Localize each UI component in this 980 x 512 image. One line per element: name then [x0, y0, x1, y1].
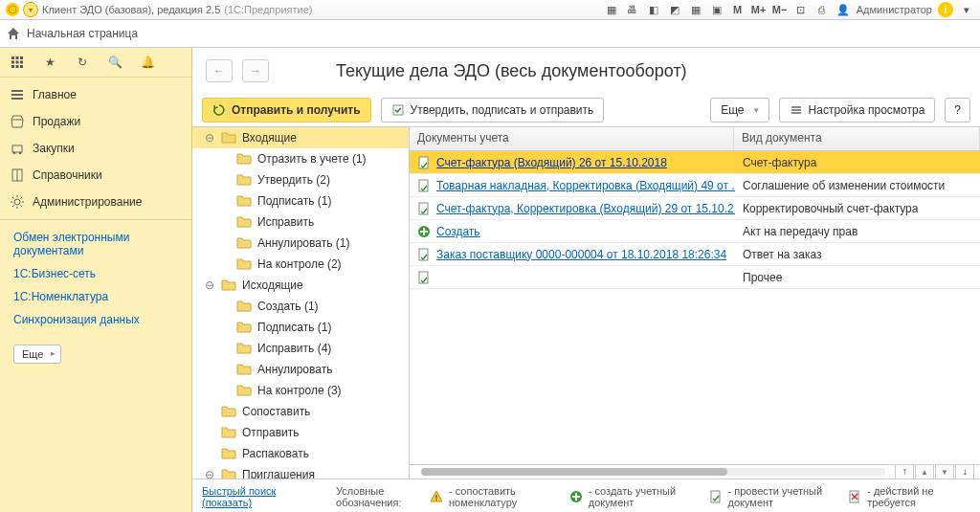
- subnav-item-1[interactable]: 1С:Бизнес-сеть: [0, 262, 191, 285]
- tree-item-0[interactable]: ⊖Входящие: [192, 127, 409, 148]
- col-documents[interactable]: Документы учета: [410, 127, 734, 150]
- svg-rect-2: [16, 56, 19, 59]
- info-icon[interactable]: i: [938, 2, 953, 17]
- star-icon[interactable]: ★: [42, 55, 57, 70]
- tree-item-3[interactable]: Подписать (1): [192, 190, 409, 211]
- subnav-item-2[interactable]: 1С:Номенклатура: [0, 285, 191, 308]
- tb-icon-4[interactable]: ◩: [667, 2, 682, 17]
- zoom-mminus[interactable]: M−: [772, 2, 788, 17]
- table-row[interactable]: СоздатьАкт на передачу прав: [410, 220, 980, 243]
- folder-icon: [236, 300, 252, 313]
- nav-label: Справочники: [33, 168, 102, 182]
- subnav-item-3[interactable]: Синхронизация данных: [0, 308, 191, 331]
- sidebar: ★ ↻ 🔍 🔔 ГлавноеПродажиЗакупкиСправочники…: [0, 48, 192, 512]
- bell-icon[interactable]: 🔔: [140, 55, 155, 70]
- history-icon[interactable]: ↻: [75, 55, 90, 70]
- nav-first[interactable]: ⤒: [895, 464, 914, 479]
- tree-item-13[interactable]: Сопоставить: [192, 401, 409, 422]
- expand-icon[interactable]: ⊖: [204, 278, 215, 292]
- tb-icon-1[interactable]: ▦: [604, 2, 619, 17]
- nav-item-3[interactable]: Справочники: [0, 162, 191, 189]
- tree-item-15[interactable]: Распаковать: [192, 443, 409, 464]
- nav-item-0[interactable]: Главное: [0, 81, 191, 108]
- tree-label: Аннулировать: [257, 363, 332, 376]
- quick-search-link[interactable]: Быстрый поиск (показать): [202, 485, 319, 508]
- tree-label: Входящие: [242, 131, 297, 145]
- tree-item-8[interactable]: Создать (1): [192, 296, 409, 317]
- nav-item-1[interactable]: Продажи: [0, 108, 191, 135]
- doc-link[interactable]: Создать: [436, 225, 480, 238]
- tree-item-5[interactable]: Аннулировать (1): [192, 233, 409, 254]
- toolbar: Отправить и получить Утвердить, подписат…: [192, 94, 980, 126]
- tree-item-2[interactable]: Утвердить (2): [192, 169, 409, 190]
- nav-forward[interactable]: →: [242, 59, 269, 82]
- more-button[interactable]: Еще: [710, 98, 768, 122]
- calendar-icon[interactable]: ▦: [688, 2, 703, 17]
- doc-link[interactable]: Товарная накладная, Корректировка (Входя…: [436, 179, 735, 192]
- apps-icon[interactable]: [10, 55, 25, 70]
- h-scrollbar[interactable]: [421, 468, 885, 476]
- nav-item-2[interactable]: Закупки: [0, 135, 191, 162]
- zoom-m[interactable]: M: [730, 2, 746, 17]
- sidebar-more-button[interactable]: Еще: [13, 345, 61, 364]
- nav-back[interactable]: ←: [206, 59, 233, 82]
- tree-item-12[interactable]: На контроле (3): [192, 380, 409, 401]
- tb-icon-3[interactable]: ◧: [646, 2, 661, 17]
- tree-label: Аннулировать (1): [257, 236, 349, 250]
- main-area: ← → Текущие дела ЭДО (весь документообор…: [192, 48, 980, 512]
- table-row[interactable]: Счет-фактура, Корректировка (Входящий) 2…: [410, 197, 980, 220]
- legend-1: - создать учетный документ: [569, 485, 692, 508]
- expand-icon[interactable]: ⊖: [204, 131, 215, 145]
- table-row[interactable]: Заказ поставщику 0000-000004 от 18.10.20…: [410, 243, 980, 266]
- tb-icon-q[interactable]: ⊡: [793, 2, 809, 17]
- doc-link[interactable]: Заказ поставщику 0000-000004 от 18.10.20…: [436, 248, 726, 261]
- tb-drop[interactable]: ▾: [959, 2, 974, 17]
- zoom-mplus[interactable]: M+: [751, 2, 767, 17]
- tree-item-4[interactable]: Исправить: [192, 211, 409, 233]
- nav-up[interactable]: ▲: [915, 464, 934, 479]
- nav-label: Главное: [33, 88, 77, 101]
- nav-down[interactable]: ▼: [935, 464, 954, 479]
- tree-item-7[interactable]: ⊖Исходящие: [192, 275, 409, 296]
- doc-type: Соглашение об изменении стоимости: [735, 179, 980, 192]
- doc-link[interactable]: Счет-фактура, Корректировка (Входящий) 2…: [436, 202, 735, 215]
- doc-link[interactable]: Счет-фактура (Входящий) 26 от 15.10.2018: [436, 156, 667, 169]
- nav-last[interactable]: ⤓: [955, 464, 974, 479]
- tb-icon-h[interactable]: ⎙: [814, 2, 830, 17]
- table-row[interactable]: Прочее: [410, 266, 980, 289]
- col-doctype[interactable]: Вид документа: [734, 127, 980, 150]
- table-row[interactable]: Счет-фактура (Входящий) 26 от 15.10.2018…: [410, 151, 980, 174]
- tree-item-16[interactable]: ⊖Приглашения: [192, 464, 409, 479]
- tree-item-10[interactable]: Исправить (4): [192, 338, 409, 359]
- folder-icon: [236, 321, 252, 334]
- calc-icon[interactable]: ▣: [709, 2, 724, 17]
- tree-item-1[interactable]: Отразить в учете (1): [192, 148, 409, 169]
- tree-item-14[interactable]: Отправить: [192, 422, 409, 443]
- svg-rect-20: [791, 106, 801, 108]
- tree-item-6[interactable]: На контроле (2): [192, 254, 409, 275]
- approve-sign-send-button[interactable]: Утвердить, подписать и отправить: [381, 98, 605, 122]
- table-row[interactable]: Товарная накладная, Корректировка (Входя…: [410, 174, 980, 197]
- folder-icon: [236, 236, 252, 250]
- search-icon[interactable]: 🔍: [107, 55, 122, 70]
- nav-label: Продажи: [33, 115, 80, 128]
- start-page-title[interactable]: Начальная страница: [27, 27, 138, 40]
- svg-rect-4: [11, 61, 14, 64]
- nav-item-4[interactable]: Администрирование: [0, 189, 191, 215]
- cart-icon: [10, 141, 25, 156]
- subnav-item-0[interactable]: Обмен электронными документами: [0, 226, 191, 262]
- folder-icon: [221, 426, 236, 439]
- legend-text: - сопоставить номенклатуру: [449, 485, 552, 508]
- print-icon[interactable]: 🖶: [625, 2, 640, 17]
- menu-icon: [10, 87, 25, 102]
- tree-item-9[interactable]: Подписать (1): [192, 317, 409, 338]
- send-receive-button[interactable]: Отправить и получить: [202, 98, 371, 122]
- tree-item-11[interactable]: Аннулировать: [192, 359, 409, 380]
- dropdown-icon[interactable]: ▾: [23, 2, 38, 17]
- expand-icon[interactable]: ⊖: [204, 468, 215, 479]
- user-name[interactable]: Администратор: [857, 4, 932, 15]
- help-button[interactable]: ?: [945, 98, 970, 122]
- doc-type: Корректировочный счет-фактура: [735, 202, 980, 215]
- view-settings-button[interactable]: Настройка просмотра: [779, 98, 936, 122]
- home-icon[interactable]: [6, 26, 21, 41]
